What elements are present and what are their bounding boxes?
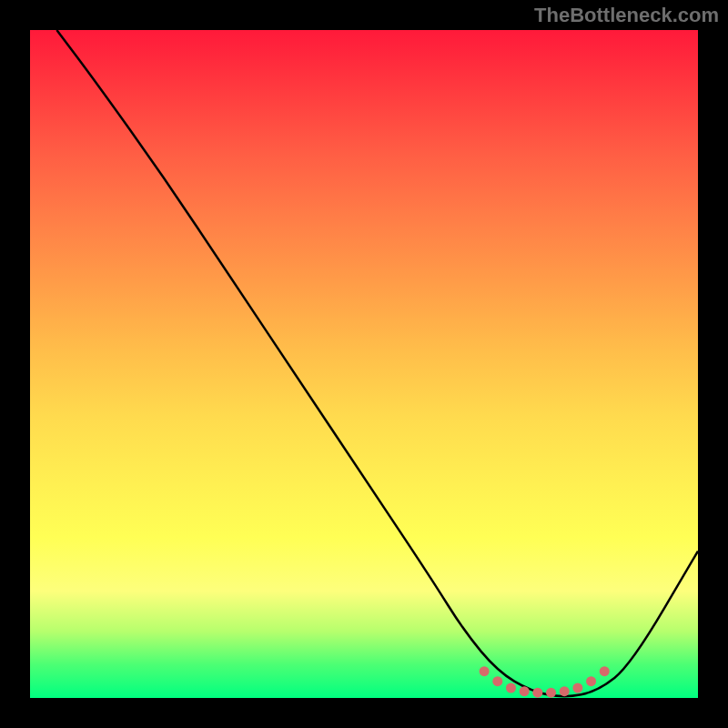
- optimal-marker-dot: [560, 686, 570, 696]
- watermark-text: TheBottleneck.com: [534, 4, 719, 27]
- optimal-marker-dot: [506, 682, 516, 693]
- optimal-marker-dot: [546, 688, 556, 698]
- optimal-marker-dot: [480, 666, 490, 676]
- optimal-marker-dot: [586, 676, 596, 686]
- optimal-marker-dot: [572, 682, 582, 693]
- optimal-marker-dot: [600, 666, 610, 676]
- chart-svg: [30, 30, 698, 698]
- optimal-marker-dot: [532, 688, 542, 698]
- optimal-marker-dot: [520, 686, 530, 696]
- optimal-marker-dot: [492, 676, 502, 686]
- bottleneck-curve-path: [56, 30, 698, 696]
